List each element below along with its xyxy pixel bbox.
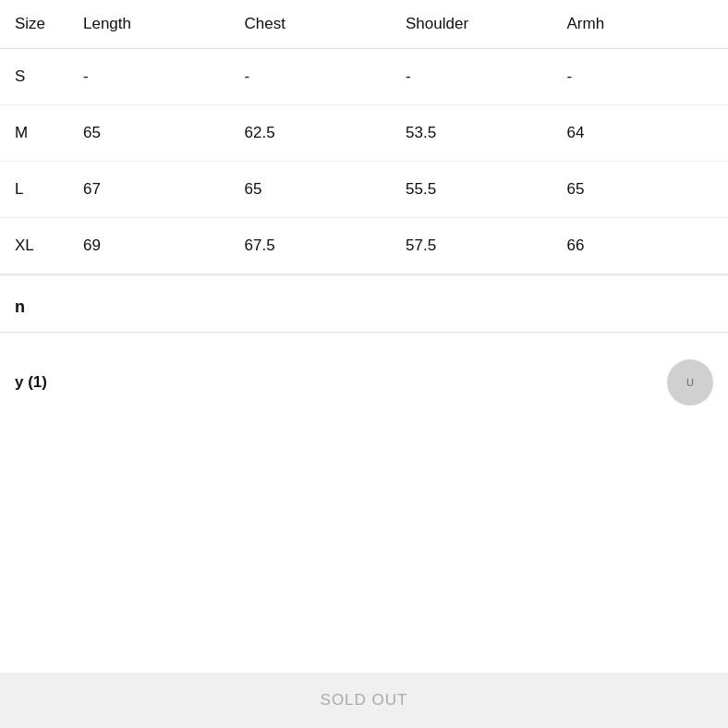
cell-length: - — [83, 49, 245, 105]
cell-size: XL — [0, 218, 83, 274]
table-row: XL6967.557.566 — [0, 218, 728, 274]
size-table-section: Size Length Chest Shoulder Armh S----M65… — [0, 0, 728, 274]
cell-chest: 67.5 — [245, 218, 406, 274]
cell-shoulder: - — [406, 49, 567, 105]
size-table: Size Length Chest Shoulder Armh S----M65… — [0, 0, 728, 274]
header-size: Size — [0, 0, 83, 49]
table-row: M6562.553.564 — [0, 105, 728, 162]
cell-chest: 65 — [245, 162, 406, 218]
cell-size: L — [0, 162, 83, 218]
cell-length: 67 — [83, 162, 245, 218]
cell-shoulder: 55.5 — [406, 162, 567, 218]
cell-shoulder: 53.5 — [406, 105, 567, 162]
reviews-section[interactable]: y (1) U — [0, 333, 728, 425]
cell-chest: - — [245, 49, 406, 105]
table-header-row: Size Length Chest Shoulder Armh — [0, 0, 728, 49]
avatar[interactable]: U — [667, 359, 713, 406]
cell-armh: 64 — [567, 105, 729, 162]
cell-armh: 66 — [567, 218, 729, 274]
description-section: n — [0, 275, 728, 333]
header-shoulder: Shoulder — [406, 0, 567, 49]
cell-armh: - — [567, 49, 729, 105]
table-row: S---- — [0, 49, 728, 105]
cell-chest: 62.5 — [245, 105, 406, 162]
reviews-title: y (1) — [15, 373, 47, 392]
table-wrapper: Size Length Chest Shoulder Armh S----M65… — [0, 0, 728, 274]
header-length: Length — [83, 0, 245, 49]
cell-length: 69 — [83, 218, 245, 274]
cell-size: M — [0, 105, 83, 162]
sold-out-bar: SOLD OUT — [0, 673, 728, 728]
header-armh: Armh — [567, 0, 729, 49]
cell-shoulder: 57.5 — [406, 218, 567, 274]
cell-length: 65 — [83, 105, 245, 162]
sold-out-text: SOLD OUT — [321, 691, 408, 709]
description-title: n — [15, 297, 25, 316]
cell-size: S — [0, 49, 83, 105]
table-row: L676555.565 — [0, 162, 728, 218]
header-chest: Chest — [245, 0, 406, 49]
cell-armh: 65 — [567, 162, 729, 218]
avatar-label: U — [686, 377, 694, 388]
